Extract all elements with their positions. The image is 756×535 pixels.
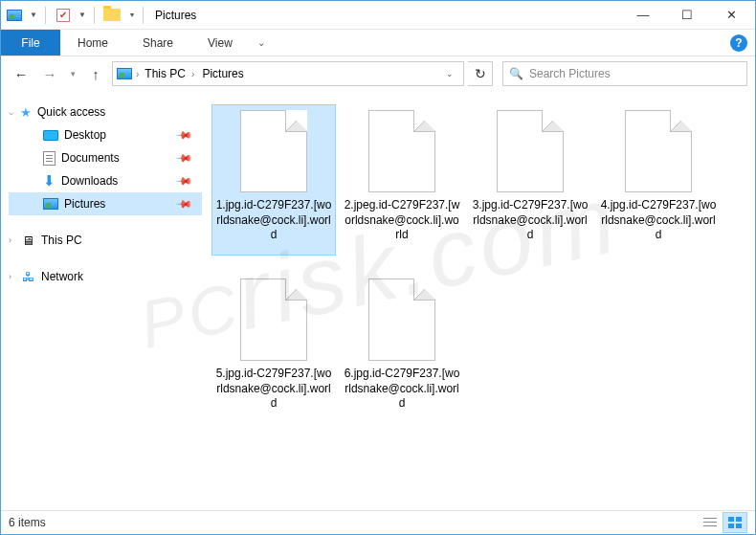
file-name: 6.jpg.id-C279F237.[worldsnake@cock.li].w… (344, 367, 460, 412)
download-icon: ⬇ (43, 172, 56, 189)
breadcrumb-label: Pictures (202, 67, 243, 80)
sidebar-label: Pictures (64, 197, 105, 211)
body: ⌵ ★ Quick access Desktop 📌 Documents 📌 ⬇… (1, 91, 755, 510)
file-icon (625, 110, 692, 192)
chevron-right-icon: › (136, 69, 139, 79)
desktop-icon (43, 130, 58, 141)
address-dropdown[interactable]: ⌄ (440, 69, 459, 78)
sidebar-label: Network (41, 270, 83, 283)
file-list[interactable]: 1.jpg.id-C279F237.[worldsnake@cock.li].w… (202, 91, 755, 510)
network-icon (20, 269, 35, 284)
item-count: 6 items (9, 516, 46, 529)
properties-button[interactable]: ✔ (52, 5, 75, 26)
back-button[interactable]: ← (9, 61, 33, 86)
sidebar-network[interactable]: › Network (9, 265, 202, 288)
search-placeholder: Search Pictures (529, 67, 611, 80)
pin-icon: 📌 (174, 194, 192, 212)
window-title: Pictures (155, 9, 196, 22)
tab-home[interactable]: Home (60, 30, 125, 56)
breadcrumb[interactable]: This PC› (143, 67, 196, 80)
file-name: 4.jpg.id-C279F237.[worldsnake@cock.li].w… (600, 198, 717, 243)
sidebar-item-pictures[interactable]: Pictures 📌 (9, 192, 202, 215)
search-icon: 🔍 (509, 67, 523, 80)
svg-rect-1 (703, 522, 717, 523)
chevron-right-icon[interactable]: › (9, 272, 11, 281)
sidebar-label: Documents (61, 151, 120, 165)
file-icon (497, 110, 564, 192)
file-name: 3.jpg.id-C279F237.[worldsnake@cock.li].w… (472, 198, 589, 243)
file-name: 5.jpg.id-C279F237.[worldsnake@cock.li].w… (215, 367, 332, 412)
file-icon (240, 110, 307, 192)
file-item[interactable]: 2.jpeg.id-C279F237.[worldsnake@cock.li].… (340, 104, 464, 256)
chevron-down-icon[interactable]: ▾ (125, 5, 139, 26)
sidebar-item-desktop[interactable]: Desktop 📌 (9, 123, 202, 146)
details-view-button[interactable] (698, 512, 723, 533)
location-icon (117, 68, 132, 79)
sidebar-item-documents[interactable]: Documents 📌 (9, 146, 202, 169)
file-icon (240, 279, 307, 361)
file-name: 2.jpeg.id-C279F237.[worldsnake@cock.li].… (344, 198, 460, 243)
breadcrumb-label: This PC (145, 67, 186, 80)
minimize-button[interactable]: — (621, 1, 665, 30)
icons-icon (728, 517, 742, 528)
file-item[interactable]: 4.jpg.id-C279F237.[worldsnake@cock.li].w… (596, 104, 721, 256)
window-controls: — ☐ ✕ (621, 1, 753, 30)
svg-rect-3 (728, 517, 734, 522)
close-button[interactable]: ✕ (709, 1, 753, 30)
ribbon-expand-button[interactable]: ⌄ (250, 30, 273, 56)
help-button[interactable]: ? (723, 30, 755, 56)
qat-dropdown-icon[interactable]: ▼ (77, 5, 88, 26)
sidebar-quick-access[interactable]: ⌵ ★ Quick access (9, 100, 202, 123)
up-button[interactable]: ↑ (83, 61, 108, 86)
pin-icon: 📌 (174, 148, 192, 167)
sidebar-item-downloads[interactable]: ⬇ Downloads 📌 (9, 169, 202, 192)
chevron-down-icon[interactable]: ⌵ (9, 107, 13, 117)
sidebar-label: Downloads (61, 174, 118, 188)
navigation-pane: ⌵ ★ Quick access Desktop 📌 Documents 📌 ⬇… (1, 91, 202, 510)
separator (143, 7, 144, 24)
status-bar: 6 items (1, 510, 755, 534)
tab-view[interactable]: View (190, 30, 250, 56)
file-icon (368, 279, 435, 361)
sidebar-this-pc[interactable]: › This PC (9, 229, 202, 252)
svg-rect-2 (703, 525, 717, 526)
refresh-button[interactable]: ↻ (468, 61, 493, 86)
sidebar-label: Quick access (37, 105, 105, 119)
file-icon (368, 110, 435, 192)
folder-icon[interactable] (100, 5, 123, 26)
file-tab[interactable]: File (1, 30, 60, 56)
svg-rect-0 (703, 518, 717, 519)
explorer-icon[interactable] (3, 5, 26, 26)
forward-button[interactable]: → (37, 61, 62, 86)
file-name: 1.jpg.id-C279F237.[worldsnake@cock.li].w… (215, 198, 332, 243)
pin-icon: 📌 (174, 171, 192, 189)
address-bar[interactable]: › This PC› Pictures ⌄ (112, 61, 464, 86)
maximize-button[interactable]: ☐ (665, 1, 709, 30)
file-item[interactable]: 3.jpg.id-C279F237.[worldsnake@cock.li].w… (468, 104, 592, 256)
pictures-icon (43, 198, 58, 210)
svg-rect-6 (736, 524, 742, 528)
sidebar-label: This PC (41, 234, 82, 247)
file-item[interactable]: 6.jpg.id-C279F237.[worldsnake@cock.li].w… (340, 273, 464, 424)
details-icon (703, 517, 717, 528)
chevron-right-icon[interactable]: › (9, 235, 11, 245)
svg-rect-4 (736, 517, 742, 522)
separator (94, 7, 95, 24)
file-item[interactable]: 1.jpg.id-C279F237.[worldsnake@cock.li].w… (211, 104, 336, 256)
document-icon (43, 151, 56, 166)
icons-view-button[interactable] (723, 512, 747, 533)
pc-icon (20, 233, 35, 248)
help-icon: ? (730, 34, 747, 52)
quick-access-toolbar: ▼ ✔ ▼ ▾ (3, 5, 139, 26)
tab-share[interactable]: Share (125, 30, 190, 56)
svg-rect-5 (728, 524, 734, 528)
sidebar-label: Desktop (64, 128, 106, 142)
chevron-right-icon: › (191, 69, 194, 79)
qat-dropdown-icon[interactable]: ▼ (28, 5, 39, 26)
star-icon: ★ (20, 105, 32, 120)
search-input[interactable]: 🔍 Search Pictures (502, 61, 747, 86)
file-item[interactable]: 5.jpg.id-C279F237.[worldsnake@cock.li].w… (211, 273, 336, 424)
recent-dropdown[interactable]: ▾ (66, 61, 79, 86)
breadcrumb[interactable]: Pictures (200, 67, 245, 80)
pin-icon: 📌 (174, 125, 192, 144)
